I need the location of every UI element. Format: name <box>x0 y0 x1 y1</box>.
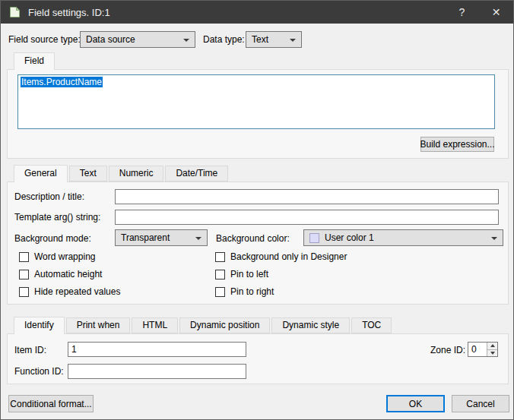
tab-datetime[interactable]: Date/Time <box>165 166 228 182</box>
item-id-input[interactable] <box>68 342 246 357</box>
tab-identify[interactable]: Identify <box>14 317 65 334</box>
spinner-up-icon <box>490 344 495 347</box>
background-color-swatch <box>309 233 319 243</box>
field-source-type-value: Data source <box>86 34 135 45</box>
hide-repeated-values-checkbox-row: Hide repeated values <box>19 286 120 297</box>
titlebar: Field settings. ID:1 ? ✕ <box>1 1 513 24</box>
pin-to-right-checkbox-row: Pin to right <box>215 286 274 297</box>
tab-dynamic-style[interactable]: Dynamic style <box>271 317 350 333</box>
selected-expression-text: Items.ProductName <box>21 77 103 87</box>
tab-toc[interactable]: TOC <box>351 317 392 333</box>
zone-id-stepper <box>468 342 498 357</box>
zone-id-decrement-button[interactable] <box>487 349 497 357</box>
word-wrapping-checkbox[interactable] <box>19 252 29 262</box>
pin-to-right-checkbox[interactable] <box>215 287 225 297</box>
hide-repeated-values-label: Hide repeated values <box>34 286 120 297</box>
word-wrapping-checkbox-row: Word wrapping <box>19 251 95 262</box>
background-mode-label: Background mode: <box>14 233 91 244</box>
word-wrapping-label: Word wrapping <box>34 251 95 262</box>
background-mode-select[interactable]: Transparent <box>115 229 208 246</box>
template-arg-label: Template arg() string: <box>14 212 100 223</box>
zone-id-increment-button[interactable] <box>487 343 497 349</box>
build-expression-button[interactable]: Build expression... <box>420 137 494 152</box>
function-id-label: Function ID: <box>14 366 64 377</box>
pin-to-left-checkbox[interactable] <box>215 270 225 279</box>
data-type-select[interactable]: Text <box>246 31 302 48</box>
field-settings-dialog: Field settings. ID:1 ? ✕ Field source ty… <box>0 0 514 420</box>
document-icon <box>9 6 21 18</box>
tab-numeric[interactable]: Numeric <box>109 166 164 182</box>
background-only-designer-checkbox[interactable] <box>215 252 225 262</box>
zone-id-label: Zone ID: <box>430 345 465 355</box>
zone-id-input[interactable] <box>468 343 487 356</box>
template-arg-input[interactable] <box>115 210 499 225</box>
field-source-type-select[interactable]: Data source <box>80 31 195 48</box>
tab-general[interactable]: General <box>14 165 68 182</box>
tab-print-when[interactable]: Print when <box>66 317 131 333</box>
automatic-height-label: Automatic height <box>34 269 102 279</box>
help-button[interactable]: ? <box>445 1 479 24</box>
dialog-title: Field settings. ID:1 <box>28 7 445 18</box>
automatic-height-checkbox[interactable] <box>19 270 29 279</box>
background-only-designer-label: Background only in Designer <box>230 251 347 262</box>
background-color-value: User color 1 <box>325 232 374 243</box>
tab-dynamic-position[interactable]: Dynamic position <box>179 317 270 333</box>
dropdown-arrow-icon <box>195 237 201 240</box>
dropdown-arrow-icon <box>183 39 189 42</box>
data-type-value: Text <box>252 34 268 45</box>
spinner-down-icon <box>490 352 495 355</box>
tab-field[interactable]: Field <box>14 52 55 70</box>
hide-repeated-values-checkbox[interactable] <box>19 287 29 297</box>
description-title-label: Description / title: <box>14 191 84 202</box>
automatic-height-checkbox-row: Automatic height <box>19 269 102 279</box>
tab-html[interactable]: HTML <box>132 317 178 333</box>
pin-to-left-checkbox-row: Pin to left <box>215 269 268 279</box>
background-color-label: Background color: <box>216 233 290 244</box>
conditional-format-button[interactable]: Conditional format... <box>8 395 94 412</box>
dropdown-arrow-icon <box>290 39 296 42</box>
pin-to-right-label: Pin to right <box>230 286 274 297</box>
cancel-button[interactable]: Cancel <box>452 395 509 412</box>
tab-text[interactable]: Text <box>69 166 107 182</box>
description-title-input[interactable] <box>115 189 499 204</box>
pin-to-left-label: Pin to left <box>230 269 268 279</box>
dropdown-arrow-icon <box>491 237 497 240</box>
data-type-label: Data type: <box>203 34 245 45</box>
close-button[interactable]: ✕ <box>479 1 513 24</box>
background-mode-value: Transparent <box>121 232 170 243</box>
field-expression-input[interactable]: Items.ProductName <box>17 74 495 129</box>
background-only-designer-checkbox-row: Background only in Designer <box>215 251 347 262</box>
field-source-type-label: Field source type: <box>8 34 81 45</box>
item-id-label: Item ID: <box>14 345 46 355</box>
background-color-select[interactable]: User color 1 <box>303 229 503 246</box>
function-id-input[interactable] <box>68 364 246 379</box>
ok-button[interactable]: OK <box>386 395 445 412</box>
